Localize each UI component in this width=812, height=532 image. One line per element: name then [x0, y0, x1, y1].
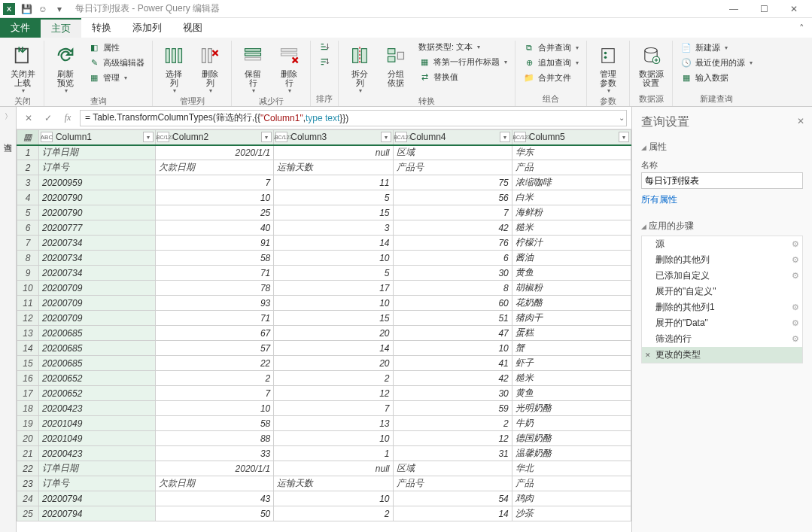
merge-queries-button[interactable]: ⧉合并查询	[520, 41, 582, 54]
table-row[interactable]: 252020079450214沙茶	[17, 506, 631, 521]
cell[interactable]: 海鲜粉	[512, 205, 631, 220]
choose-columns-button[interactable]: 选择 列	[157, 41, 190, 94]
filter-icon[interactable]: ▾	[261, 132, 272, 142]
cell[interactable]: 20200709	[38, 281, 155, 296]
row-number[interactable]: 6	[17, 220, 39, 236]
cell[interactable]: 20200794	[38, 506, 155, 521]
cell[interactable]: 15	[274, 311, 393, 326]
cell[interactable]: 8	[393, 281, 512, 296]
cell[interactable]: 7	[393, 205, 512, 220]
table-row[interactable]: 2420200794431054鸡肉	[17, 491, 631, 506]
tab-transform[interactable]: 转换	[81, 18, 122, 38]
cell[interactable]: 7	[274, 401, 393, 416]
cell[interactable]: 67	[156, 326, 274, 341]
cell[interactable]: 20200959	[38, 175, 155, 190]
datasource-settings-button[interactable]: 数据源 设置	[634, 41, 668, 87]
filter-icon[interactable]: ▾	[143, 132, 154, 142]
cell[interactable]: 11	[274, 175, 393, 190]
cell[interactable]: 20200685	[38, 341, 155, 356]
gear-icon[interactable]: ⚙	[792, 302, 799, 312]
cell[interactable]: 91	[156, 236, 274, 251]
formula-expand-icon[interactable]: ⌄	[619, 114, 625, 122]
cell[interactable]: 浓缩咖啡	[512, 175, 631, 190]
cell[interactable]: 欠款日期	[156, 160, 274, 175]
cell[interactable]: 43	[156, 491, 274, 506]
cell[interactable]: 30	[393, 386, 512, 401]
cell[interactable]: 7	[156, 386, 274, 401]
cell[interactable]: 50	[156, 506, 274, 521]
cell[interactable]: 20200777	[38, 220, 155, 236]
cell[interactable]: 58	[156, 416, 274, 431]
cell[interactable]: 运输天数	[274, 476, 393, 491]
row-number[interactable]: 2	[17, 160, 39, 175]
sort-asc-button[interactable]	[315, 41, 333, 54]
cell[interactable]: 20200734	[38, 266, 155, 281]
type-icon[interactable]: ABC/123	[395, 132, 407, 142]
cell[interactable]: 产品	[512, 476, 631, 491]
cell[interactable]: 2	[393, 416, 512, 431]
applied-step[interactable]: 更改的类型	[642, 347, 802, 363]
row-number[interactable]: 4	[17, 190, 39, 205]
table-row[interactable]: 720200734911476柠檬汁	[17, 236, 631, 251]
data-grid[interactable]: ▦ ABCColumn1▾ ABC/123Column2▾ ABC/123Col…	[17, 129, 631, 532]
cell[interactable]: 10	[156, 401, 274, 416]
filter-icon[interactable]: ▾	[619, 132, 629, 142]
corner-cell[interactable]: ▦	[17, 130, 39, 145]
row-number[interactable]: 1	[17, 145, 39, 160]
column-header[interactable]: ABC/123Column3▾	[274, 130, 393, 145]
row-number[interactable]: 13	[17, 326, 39, 341]
table-row[interactable]: 1120200709931060花奶酪	[17, 296, 631, 311]
cell[interactable]: 华东	[512, 145, 631, 160]
cell[interactable]: 黄鱼	[512, 266, 631, 281]
row-number[interactable]: 12	[17, 311, 39, 326]
cell[interactable]: 蛋糕	[512, 326, 631, 341]
new-source-button[interactable]: 📄新建源	[677, 41, 756, 54]
applied-steps-header[interactable]: 应用的步骤	[641, 217, 803, 236]
cell[interactable]: 71	[156, 311, 274, 326]
table-row[interactable]: 52020079025157海鲜粉	[17, 205, 631, 220]
cell[interactable]: 56	[393, 190, 512, 205]
cell[interactable]: 20200685	[38, 356, 155, 371]
table-row[interactable]: 192020104958132牛奶	[17, 416, 631, 431]
cell[interactable]: 71	[156, 266, 274, 281]
keep-rows-button[interactable]: 保留 行	[236, 41, 269, 94]
cell[interactable]: 温馨奶酪	[512, 446, 631, 461]
table-row[interactable]: 82020073458106酱油	[17, 251, 631, 266]
cell[interactable]: 14	[274, 236, 393, 251]
cell[interactable]: 20200709	[38, 296, 155, 311]
column-header[interactable]: ABC/123Column4▾	[393, 130, 512, 145]
cell[interactable]: 10	[274, 491, 393, 506]
cell[interactable]: 57	[156, 341, 274, 356]
row-number[interactable]: 7	[17, 236, 39, 251]
cancel-formula-icon[interactable]: ✕	[21, 111, 36, 126]
column-header[interactable]: ABC/123Column2▾	[156, 130, 274, 145]
cell[interactable]: 光明奶酪	[512, 401, 631, 416]
cell[interactable]: 31	[393, 446, 512, 461]
table-row[interactable]: 212020042333131温馨奶酪	[17, 446, 631, 461]
first-row-header-button[interactable]: ▦将第一行用作标题	[415, 55, 510, 68]
gear-icon[interactable]: ⚙	[792, 334, 799, 344]
row-number[interactable]: 14	[17, 341, 39, 356]
cell[interactable]: 42	[393, 220, 512, 236]
cell[interactable]: 虾子	[512, 356, 631, 371]
cell[interactable]: 93	[156, 296, 274, 311]
applied-step[interactable]: 展开的"自定义"	[642, 284, 802, 299]
cell[interactable]: 2020/1/1	[156, 145, 274, 160]
cell[interactable]: 58	[156, 251, 274, 266]
cell[interactable]: 订单号	[38, 476, 155, 491]
cell[interactable]: 60	[393, 296, 512, 311]
row-number[interactable]: 25	[17, 506, 39, 521]
gear-icon[interactable]: ⚙	[792, 239, 799, 249]
row-number[interactable]: 19	[17, 416, 39, 431]
cell[interactable]: 20200652	[38, 386, 155, 401]
split-column-button[interactable]: 拆分 列	[343, 41, 376, 94]
cell[interactable]: 47	[393, 326, 512, 341]
cell[interactable]: 黄鱼	[512, 386, 631, 401]
cell[interactable]: 2	[274, 371, 393, 386]
cell[interactable]: 20200734	[38, 251, 155, 266]
table-row[interactable]: 23订单号欠款日期运输天数产品号产品	[17, 476, 631, 491]
merge-files-button[interactable]: 📁合并文件	[520, 71, 582, 84]
applied-step[interactable]: 已添加自定义⚙	[642, 268, 802, 284]
cell[interactable]: 20200709	[38, 311, 155, 326]
cell[interactable]: 20200794	[38, 491, 155, 506]
